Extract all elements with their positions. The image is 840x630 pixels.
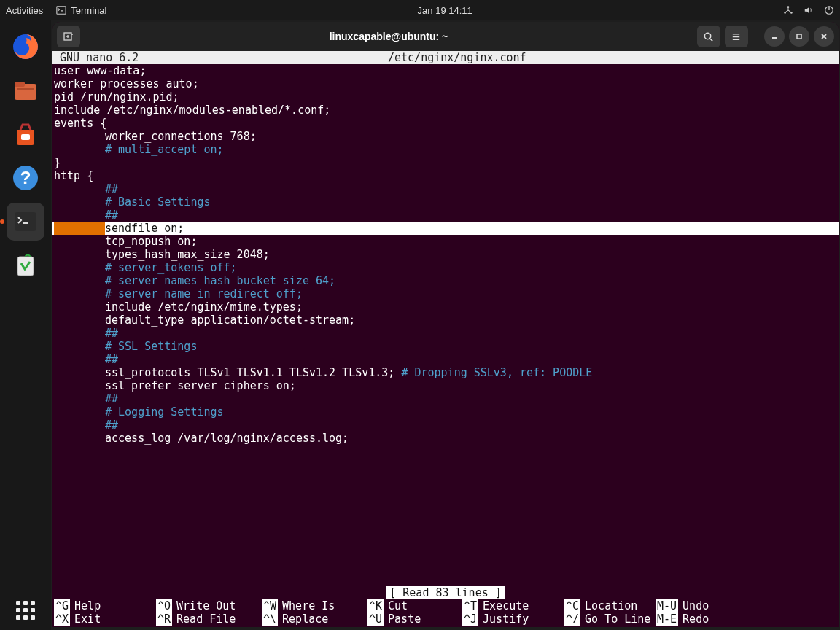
editor-line[interactable]: ##: [52, 353, 839, 366]
editor-line[interactable]: ssl_prefer_server_ciphers on;: [52, 379, 839, 392]
shortcut-label: Exit: [74, 612, 101, 626]
editor-line[interactable]: # multi_accept on;: [52, 143, 839, 156]
svg-point-20: [705, 33, 711, 39]
editor-line[interactable]: include /etc/nginx/mime.types;: [52, 300, 839, 314]
shortcut-cut: ^KCut: [368, 599, 462, 612]
active-app-indicator[interactable]: Terminal: [56, 5, 106, 16]
activities-button[interactable]: Activities: [6, 5, 43, 16]
dock-software[interactable]: [7, 115, 44, 153]
clock[interactable]: Jan 19 14:11: [418, 5, 472, 16]
trash-icon: [11, 251, 40, 280]
shortcut-key: ^J: [462, 612, 478, 626]
editor-line[interactable]: # server_name_in_redirect off;: [52, 287, 839, 300]
shortcut-key: ^X: [54, 612, 70, 626]
help-icon: ?: [11, 163, 40, 192]
shortcut-label: Execute: [483, 599, 529, 612]
network-icon[interactable]: [783, 5, 793, 15]
minimize-icon: [770, 32, 779, 41]
shortcut-label: Read File: [176, 612, 236, 626]
shortcut-label: Location: [585, 599, 637, 612]
shortcut-label: Justify: [483, 612, 529, 626]
editor-line[interactable]: ##: [52, 419, 839, 432]
shortcut-redo: M-ERedo: [656, 612, 736, 626]
new-tab-button[interactable]: [57, 26, 80, 47]
search-icon: [703, 31, 714, 42]
shortcut-read-file: ^RRead File: [156, 612, 262, 626]
editor-line[interactable]: tcp_nopush on;: [52, 235, 839, 248]
dock-firefox[interactable]: [7, 28, 44, 66]
menu-button[interactable]: [725, 26, 748, 47]
shortcut-key: ^G: [54, 599, 70, 612]
svg-rect-13: [15, 212, 36, 231]
editor-line[interactable]: default_type application/octet-stream;: [52, 314, 839, 327]
editor-line[interactable]: }: [52, 156, 839, 169]
search-button[interactable]: [697, 26, 720, 47]
scrollbar[interactable]: [830, 80, 837, 605]
svg-line-21: [711, 39, 713, 41]
editor-line[interactable]: # Logging Settings: [52, 405, 839, 419]
shortcut-location: ^CLocation: [564, 599, 656, 612]
editor-line[interactable]: user www-data;: [52, 64, 839, 77]
shortcut-execute: ^TExecute: [462, 599, 564, 612]
maximize-icon: [795, 32, 804, 41]
editor-line[interactable]: worker_connections 768;: [52, 130, 839, 143]
power-icon[interactable]: [824, 5, 834, 15]
shortcut-key: M-E: [656, 612, 678, 626]
dock-terminal[interactable]: [7, 203, 44, 241]
editor-line[interactable]: worker_processes auto;: [52, 77, 839, 90]
nano-app-name: GNU nano 6.2: [60, 51, 388, 64]
dock-files[interactable]: [7, 71, 44, 109]
nano-status: [ Read 83 lines ]: [386, 586, 505, 599]
nano-shortcut-bar: ^GHelp^OWrite Out^WWhere Is^KCut^TExecut…: [52, 599, 839, 627]
shortcut-exit: ^XExit: [54, 612, 156, 626]
editor-line[interactable]: ##: [52, 182, 839, 195]
editor-line[interactable]: pid /run/nginx.pid;: [52, 90, 839, 104]
shortcut-key: ^/: [564, 612, 580, 626]
nano-header: GNU nano 6.2 /etc/nginx/nginx.conf: [52, 51, 839, 64]
editor-line[interactable]: types_hash_max_size 2048;: [52, 248, 839, 261]
shortcut-label: Redo: [682, 612, 709, 626]
editor-line[interactable]: ##: [52, 392, 839, 405]
editor-area[interactable]: user www-data;worker_processes auto;pid …: [52, 64, 839, 586]
shortcut-label: Undo: [682, 599, 709, 612]
maximize-button[interactable]: [789, 26, 809, 47]
editor-line[interactable]: access_log /var/log/nginx/access.log;: [52, 432, 839, 445]
editor-line[interactable]: # Basic Settings: [52, 195, 839, 209]
close-button[interactable]: [814, 26, 834, 47]
editor-line[interactable]: ##: [52, 209, 839, 222]
gnome-topbar: Activities Terminal Jan 19 14:11: [0, 0, 840, 20]
apps-grid-icon: [16, 601, 35, 620]
svg-rect-26: [797, 34, 801, 39]
dock-help[interactable]: ?: [7, 159, 44, 197]
shortcut-label: Help: [74, 599, 101, 612]
volume-icon[interactable]: [804, 5, 814, 15]
dock-trash[interactable]: [7, 246, 44, 284]
shortcut-key: ^K: [368, 599, 384, 612]
minimize-button[interactable]: [764, 26, 785, 47]
shortcut-label: Replace: [282, 612, 328, 626]
hamburger-icon: [731, 31, 742, 42]
terminal-icon: [56, 5, 66, 15]
editor-line[interactable]: http {: [52, 169, 839, 182]
editor-line[interactable]: # server_names_hash_bucket_size 64;: [52, 274, 839, 287]
svg-rect-10: [21, 134, 30, 140]
shortcut-label: Paste: [388, 612, 421, 626]
nano-filename: /etc/nginx/nginx.conf: [388, 51, 831, 64]
editor-line[interactable]: # SSL Settings: [52, 340, 839, 353]
close-icon: [820, 32, 828, 41]
editor-line[interactable]: # server_tokens off;: [52, 261, 839, 274]
shortcut-key: ^T: [462, 599, 478, 612]
editor-line[interactable]: include /etc/nginx/modules-enabled/*.con…: [52, 104, 839, 117]
software-icon: [11, 120, 40, 149]
editor-line[interactable]: ssl_protocols TLSv1 TLSv1.1 TLSv1.2 TLSv…: [52, 366, 839, 379]
files-icon: [11, 76, 40, 105]
nano-status-row: [ Read 83 lines ]: [52, 586, 839, 599]
shortcut-key: M-U: [656, 599, 678, 612]
svg-text:?: ?: [20, 168, 31, 187]
editor-line[interactable]: sendfile on;: [52, 222, 839, 235]
editor-line[interactable]: ##: [52, 327, 839, 340]
show-apps-button[interactable]: [0, 601, 51, 620]
shortcut-label: Write Out: [176, 599, 236, 612]
shortcut-key: ^\: [262, 612, 278, 626]
editor-line[interactable]: events {: [52, 117, 839, 130]
